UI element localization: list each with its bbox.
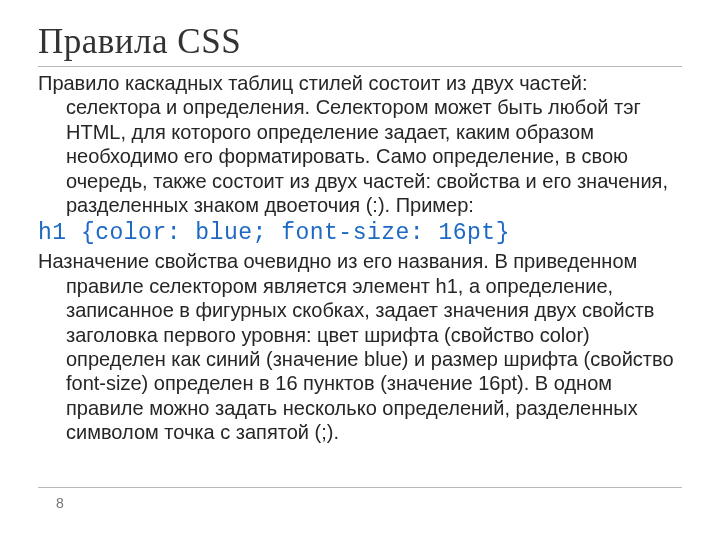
page-number: 8 [56,495,64,511]
slide: Правила CSS Правило каскадных таблиц сти… [0,0,720,540]
body-text: Правило каскадных таблиц стилей состоит … [38,71,682,445]
code-example: h1 {color: blue; font-size: 16pt} [38,219,682,247]
page-title: Правила CSS [38,22,682,67]
paragraph-explanation: Назначение свойства очевидно из его назв… [38,249,682,444]
paragraph-intro: Правило каскадных таблиц стилей состоит … [38,71,682,217]
footer: 8 [38,487,682,512]
